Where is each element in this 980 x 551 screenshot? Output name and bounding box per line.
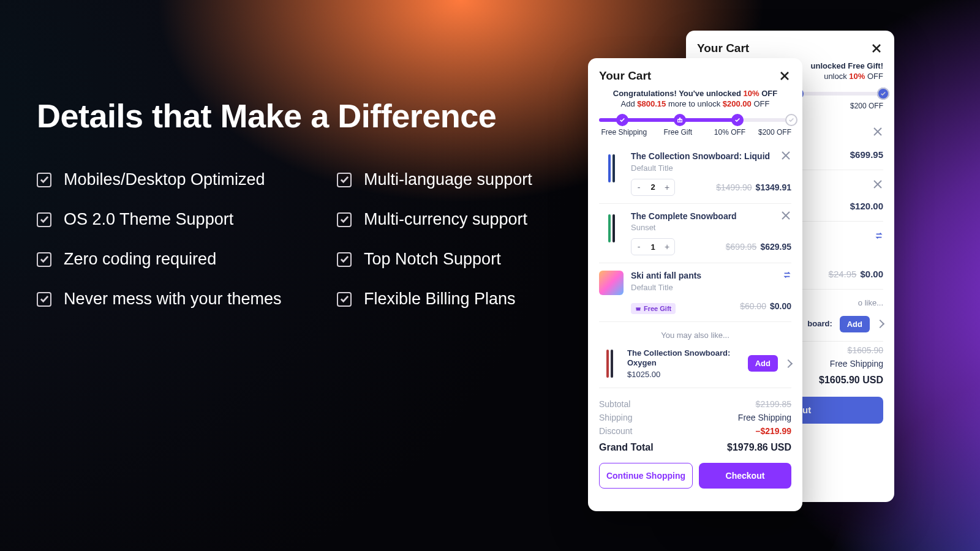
product-thumb: [599, 151, 624, 186]
subtotal-label: Subtotal: [599, 399, 630, 409]
check-icon: [37, 292, 51, 307]
qty-value: 2: [646, 182, 660, 192]
feature-item: Top Notch Support: [337, 250, 570, 269]
discount-value: –$219.99: [756, 426, 791, 436]
product-thumb: [599, 271, 624, 295]
swap-icon[interactable]: [875, 231, 883, 242]
cart-panel-front: Your Cart Congratulations! You've unlock…: [588, 58, 802, 511]
milestone-tick: [785, 114, 797, 126]
reco-title: The Collection Snowboard: Oxygen: [627, 348, 741, 369]
item-price: $120.00: [850, 201, 883, 211]
qty-plus[interactable]: +: [660, 182, 674, 192]
qty-minus[interactable]: -: [631, 242, 646, 252]
item-strike: $24.95: [829, 269, 857, 279]
item-strike: $699.95: [726, 242, 757, 252]
feature-label: Zero coding required: [64, 250, 216, 269]
chevron-right-icon[interactable]: [784, 359, 793, 368]
cart-item: The Complete Snowboard Sunset - 1 + $699…: [599, 204, 791, 264]
cart-item-gift: Ski anti fall pants Default Title Free G…: [599, 263, 791, 322]
promo-line-2: Add $800.15 more to unlock $200.00 OFF: [599, 99, 791, 108]
feature-item: OS 2.0 Theme Support: [37, 210, 318, 229]
shipping-value: Free Shipping: [830, 359, 883, 369]
recommend-heading: You may also like...: [599, 331, 791, 340]
feature-label: Multi-currency support: [364, 210, 527, 229]
close-icon[interactable]: [870, 42, 883, 55]
feature-grid: Mobiles/Desktop Optimized Multi-language…: [37, 170, 570, 309]
item-strike: $60.00: [740, 301, 766, 311]
item-price: $699.95: [850, 149, 883, 160]
shipping-label: Shipping: [599, 413, 633, 422]
milestone-tick: [616, 114, 628, 126]
item-price: $629.95: [760, 242, 791, 252]
free-gift-badge: Free Gift: [631, 303, 676, 314]
milestone-tick-gift: [674, 114, 686, 126]
discount-label: Discount: [599, 426, 632, 436]
item-price: $0.00: [770, 301, 791, 311]
cart-title: Your Cart: [599, 69, 651, 83]
feature-item: Multi-currency support: [337, 210, 570, 229]
subtotal-value: $2199.85: [756, 399, 791, 409]
quantity-stepper[interactable]: - 2 +: [631, 179, 675, 196]
item-variant: Default Title: [631, 283, 791, 292]
swap-icon[interactable]: [783, 271, 791, 282]
feature-item: Flexible Billing Plans: [337, 290, 570, 309]
check-icon: [37, 212, 51, 227]
item-variant: Sunset: [631, 223, 791, 232]
check-icon: [337, 212, 352, 227]
check-icon: [337, 252, 352, 267]
recommend-item: The Collection Snowboard: Oxygen $1025.0…: [599, 346, 791, 388]
item-title: The Complete Snowboard: [631, 211, 737, 222]
milestone-tick: [731, 114, 744, 126]
check-icon: [37, 252, 51, 267]
qty-value: 1: [646, 242, 660, 252]
remove-item-icon[interactable]: [873, 180, 883, 190]
qty-plus[interactable]: +: [660, 242, 674, 252]
feature-label: Never mess with your themes: [64, 290, 282, 309]
cart-title: Your Cart: [697, 42, 749, 55]
feature-label: Multi-language support: [364, 170, 532, 189]
continue-shopping-button[interactable]: Continue Shopping: [599, 463, 693, 489]
item-variant: Default Title: [631, 163, 791, 173]
item-price: $1349.91: [756, 182, 791, 192]
item-strike: $1499.90: [716, 182, 752, 192]
promo-line: Congratulations! You've unlocked 10% OFF: [599, 89, 791, 98]
check-icon: [337, 292, 352, 307]
feature-label: Mobiles/Desktop Optimized: [64, 170, 265, 189]
grand-total: $1605.90 USD: [819, 375, 883, 386]
grand-total: $1979.86 USD: [727, 442, 791, 453]
feature-item: Multi-language support: [337, 170, 570, 189]
feature-item: Mobiles/Desktop Optimized: [37, 170, 318, 189]
remove-item-icon[interactable]: [873, 127, 883, 137]
feature-item: Zero coding required: [37, 250, 318, 269]
feature-label: OS 2.0 Theme Support: [64, 210, 233, 229]
shipping-value: Free Shipping: [738, 413, 791, 422]
item-title: The Collection Snowboard: Liquid: [631, 151, 770, 162]
reco-price: $1025.00: [627, 370, 741, 379]
qty-minus[interactable]: -: [631, 182, 646, 192]
product-thumb: [599, 349, 620, 378]
quantity-stepper[interactable]: - 1 +: [631, 238, 675, 255]
close-icon[interactable]: [778, 69, 791, 83]
remove-item-icon[interactable]: [782, 211, 791, 221]
add-button[interactable]: Add: [840, 316, 870, 332]
chevron-right-icon[interactable]: [876, 320, 884, 328]
reward-progress: [599, 118, 791, 122]
item-price: $0.00: [860, 269, 883, 279]
check-icon: [337, 173, 352, 187]
headline: Details that Make a Difference: [37, 97, 496, 135]
feature-label: Flexible Billing Plans: [364, 290, 516, 309]
subtotal-strike: $1605.90: [848, 345, 883, 355]
item-title: Ski anti fall pants: [631, 271, 701, 282]
check-icon: [37, 173, 51, 187]
remove-item-icon[interactable]: [782, 151, 791, 161]
grand-label: Grand Total: [599, 442, 654, 453]
product-thumb: [599, 211, 624, 246]
milestone-tick: [877, 88, 889, 100]
svg-rect-16: [636, 307, 641, 309]
add-button[interactable]: Add: [748, 355, 778, 372]
feature-item: Never mess with your themes: [37, 290, 318, 309]
cart-item: The Collection Snowboard: Liquid Default…: [599, 144, 791, 204]
milestone-labels: Free Shipping Free Gift 10% OFF $200 OFF: [599, 128, 791, 137]
feature-label: Top Notch Support: [364, 250, 501, 269]
checkout-button[interactable]: Checkout: [699, 463, 791, 489]
